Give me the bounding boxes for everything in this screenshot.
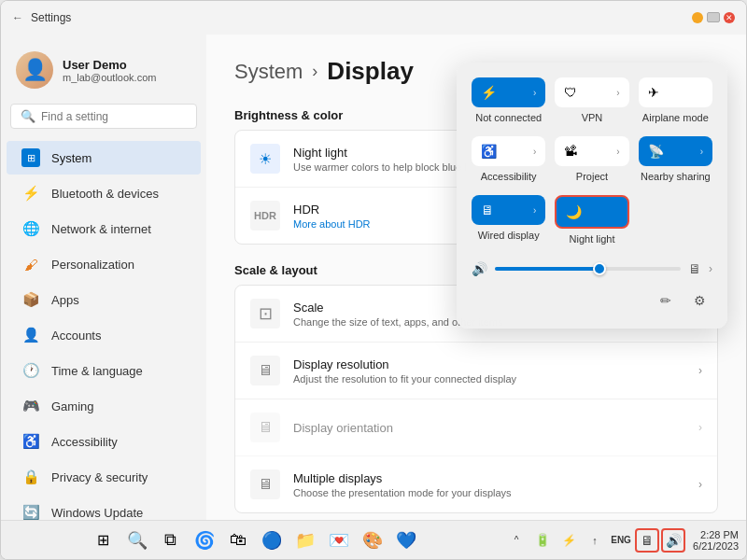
close-button[interactable]: ✕ — [724, 12, 735, 23]
qs-wired-display-btn[interactable]: 🖥 › — [472, 195, 545, 225]
user-info: User Demo m_lab@outlook.com — [63, 58, 156, 83]
qs-nearby-sharing-chevron: › — [700, 147, 703, 157]
taskbar-email[interactable]: 💌 — [323, 525, 355, 556]
qs-vpn-btn[interactable]: 🛡 › — [555, 77, 628, 107]
bluetooth-icon: ⚡ — [21, 184, 40, 203]
qs-volume-fill — [495, 267, 597, 271]
resolution-subtitle: Adjust the resolution to fit your connec… — [293, 373, 698, 385]
taskbar-files[interactable]: 📁 — [289, 525, 321, 556]
sidebar: 👤 User Demo m_lab@outlook.com 🔍 ⊞ System… — [1, 35, 206, 520]
qs-wired-display-chevron: › — [533, 205, 536, 216]
taskbar-search[interactable]: 🔍 — [121, 525, 153, 556]
sidebar-item-label-apps: Apps — [51, 293, 79, 307]
sidebar-item-label-time: Time & language — [51, 364, 143, 378]
sidebar-item-bluetooth[interactable]: ⚡ Bluetooth & devices — [7, 176, 201, 210]
user-profile[interactable]: 👤 User Demo m_lab@outlook.com — [1, 42, 206, 104]
qs-volume-slider[interactable] — [495, 267, 681, 271]
accounts-icon: 👤 — [21, 326, 40, 344]
minimize-button[interactable] — [692, 12, 703, 23]
taskbar: ⊞ 🔍 ⧉ 🌀 🛍 🔵 📁 💌 🎨 💙 ^ 🔋 ⚡ ↑ ENG 🖥 🔊 2:28 — [1, 520, 746, 559]
qs-item-empty — [639, 195, 712, 245]
qs-grid-3: 🖥 › Wired display 🌙 › Night light — [472, 195, 712, 245]
tray-monitor[interactable]: 🖥 — [635, 528, 659, 553]
qs-item-vpn: 🛡 › VPN — [555, 77, 628, 123]
resolution-row[interactable]: 🖥 Display resolution Adjust the resoluti… — [235, 343, 717, 399]
qs-airplane-btn[interactable]: ✈ › — [639, 77, 712, 107]
clock[interactable]: 2:28 PM 6/21/2023 — [689, 529, 742, 552]
scale-icon: ⊡ — [250, 299, 280, 329]
settings-window: ← Settings ✕ 👤 User Demo m_lab@outlook.c… — [0, 0, 747, 560]
breadcrumb-system: System — [234, 60, 303, 84]
personalization-icon: 🖌 — [21, 255, 40, 273]
resolution-title: Display resolution — [293, 357, 698, 371]
qs-bluetooth-chevron: › — [533, 88, 536, 98]
search-box[interactable]: 🔍 — [10, 104, 197, 129]
tray-volume[interactable]: 🔊 — [661, 528, 685, 553]
qs-item-airplane: ✈ › Airplane mode — [639, 77, 712, 123]
orientation-controls: › — [698, 421, 702, 434]
qs-project-btn[interactable]: 📽 › — [555, 136, 628, 166]
qs-airplane-label: Airplane mode — [642, 112, 709, 123]
taskbar-right: ^ 🔋 ⚡ ↑ ENG 🖥 🔊 2:28 PM 6/21/2023 — [504, 528, 742, 553]
qs-night-light-btn[interactable]: 🌙 › — [555, 195, 628, 229]
orientation-title: Display orientation — [293, 421, 698, 435]
qs-item-accessibility: ♿ › Accessibility — [472, 136, 545, 182]
orientation-row[interactable]: 🖥 Display orientation › — [235, 399, 717, 456]
taskbar-chrome[interactable]: 🔵 — [256, 525, 288, 556]
time-icon: 🕐 — [21, 361, 40, 380]
sidebar-item-update[interactable]: 🔄 Windows Update — [7, 496, 201, 520]
user-name: User Demo — [63, 58, 156, 72]
qs-accessibility-label: Accessibility — [481, 171, 537, 182]
taskbar-start[interactable]: ⊞ — [88, 525, 120, 556]
multiple-displays-text: Multiple displays Choose the presentatio… — [293, 471, 698, 498]
qs-bottom-row: ✏ ⚙ — [472, 287, 712, 314]
sidebar-item-network[interactable]: 🌐 Network & internet — [7, 212, 201, 245]
sidebar-item-label-gaming: Gaming — [51, 399, 94, 413]
sidebar-item-privacy[interactable]: 🔒 Privacy & security — [7, 460, 201, 494]
taskbar-app1[interactable]: 🎨 — [357, 525, 388, 556]
qs-bluetooth-btn[interactable]: ⚡ › — [472, 77, 545, 107]
breadcrumb-page: Display — [327, 57, 414, 86]
multiple-displays-subtitle: Choose the presentation mode for your di… — [293, 487, 698, 498]
tray-battery[interactable]: 🔋 — [530, 528, 555, 553]
qs-nearby-sharing-btn[interactable]: 📡 › — [639, 136, 712, 166]
qs-volume-thumb[interactable] — [593, 262, 606, 275]
quick-settings-popup: ⚡ › Not connected 🛡 › VPN — [457, 63, 727, 329]
qs-settings-button[interactable]: ⚙ — [686, 287, 712, 314]
qs-edit-button[interactable]: ✏ — [653, 287, 679, 314]
taskbar-store[interactable]: 🛍 — [222, 525, 254, 556]
sidebar-item-time[interactable]: 🕐 Time & language — [7, 354, 201, 387]
resolution-icon: 🖥 — [250, 356, 280, 385]
multiple-displays-icon: 🖥 — [250, 469, 280, 499]
qs-project-chevron: › — [616, 147, 619, 157]
taskbar-vscode[interactable]: 💙 — [390, 525, 422, 556]
qs-volume-row: 🔊 🖥 › — [472, 258, 712, 280]
taskbar-taskview[interactable]: ⧉ — [155, 525, 187, 556]
qs-accessibility-btn[interactable]: ♿ › — [472, 136, 545, 166]
sidebar-item-gaming[interactable]: 🎮 Gaming — [7, 389, 201, 423]
multiple-displays-row[interactable]: 🖥 Multiple displays Choose the presentat… — [235, 456, 717, 512]
tray-chevron[interactable]: ^ — [504, 528, 529, 553]
sidebar-item-apps[interactable]: 📦 Apps — [7, 283, 201, 316]
back-button[interactable]: ← — [12, 11, 23, 24]
sidebar-item-label-update: Windows Update — [51, 506, 143, 520]
tray-eng[interactable]: ENG — [609, 528, 633, 553]
tray-bluetooth[interactable]: ⚡ — [557, 528, 581, 553]
sidebar-item-label-network: Network & internet — [51, 222, 151, 236]
network-icon: 🌐 — [21, 219, 40, 238]
qs-night-light-label: Night light — [570, 233, 615, 245]
qs-display-icon: 🖥 — [688, 261, 701, 276]
sidebar-item-personalization[interactable]: 🖌 Personalization — [7, 247, 201, 281]
qs-wired-display-label: Wired display — [478, 230, 540, 241]
sidebar-item-accounts[interactable]: 👤 Accounts — [7, 318, 201, 352]
multiple-displays-chevron: › — [698, 478, 702, 491]
search-input[interactable] — [41, 110, 187, 123]
sidebar-item-label-bluetooth: Bluetooth & devices — [51, 187, 159, 201]
taskbar-edge[interactable]: 🌀 — [189, 525, 220, 556]
clock-date: 6/21/2023 — [693, 540, 739, 552]
maximize-button[interactable] — [707, 12, 720, 22]
sidebar-item-system[interactable]: ⊞ System — [7, 141, 201, 175]
hdr-icon: HDR — [250, 201, 280, 231]
tray-arrow[interactable]: ↑ — [583, 528, 607, 553]
sidebar-item-accessibility[interactable]: ♿ Accessibility — [7, 425, 201, 458]
